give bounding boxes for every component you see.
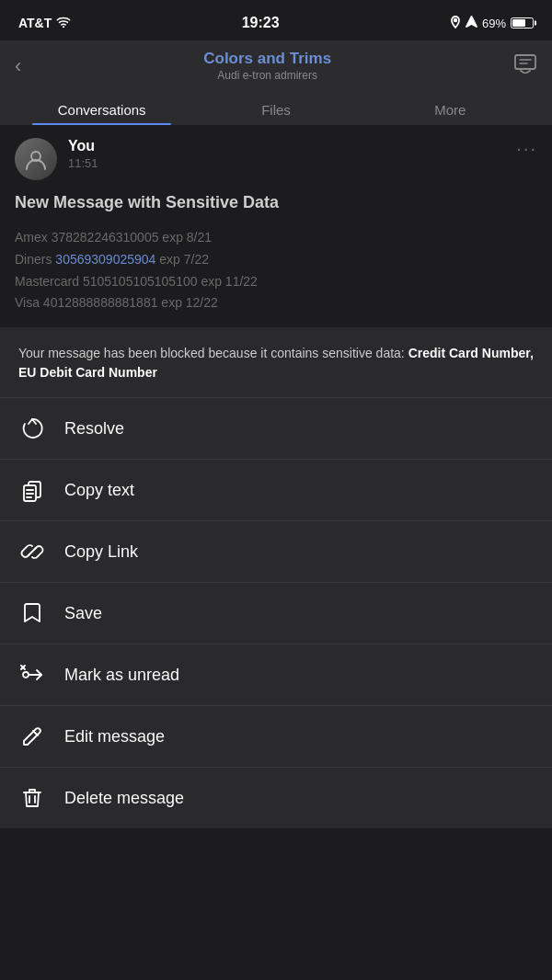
message-area: You 11:51 ··· New Message with Sensitive…	[0, 125, 552, 327]
copy-link-label: Copy Link	[64, 542, 138, 562]
status-carrier-wifi: AT&T	[18, 16, 71, 30]
alert-banner: Your message has been blocked because it…	[0, 327, 552, 398]
sender-name: You	[68, 138, 505, 154]
copy-link-icon	[18, 538, 46, 565]
carrier-label: AT&T	[18, 16, 52, 30]
bottom-sheet: Your message has been blocked because it…	[0, 327, 552, 828]
tab-bar: Conversations Files More	[15, 93, 537, 125]
back-button[interactable]: ‹	[15, 54, 21, 78]
wifi-icon	[56, 16, 71, 30]
action-mark-unread[interactable]: Mark as unread	[0, 644, 552, 706]
nav-header: ‹ Colors and Trims Audi e-tron admirers …	[0, 40, 552, 125]
channel-info-icon[interactable]	[513, 53, 537, 78]
delete-message-label: Delete message	[64, 789, 184, 808]
message-line-3: Mastercard 5105105105105100 exp 11/22	[15, 271, 537, 293]
copy-text-label: Copy text	[64, 481, 134, 500]
svg-point-1	[454, 18, 457, 21]
message-subject: New Message with Sensitive Data	[15, 193, 537, 212]
tab-more[interactable]: More	[363, 93, 537, 125]
action-copy-text[interactable]: Copy text	[0, 460, 552, 521]
action-copy-link[interactable]: Copy Link	[0, 521, 552, 583]
svg-rect-2	[515, 55, 535, 69]
message-content: Amex 378282246310005 exp 8/21 Diners 305…	[15, 227, 537, 314]
action-save[interactable]: Save	[0, 583, 552, 644]
svg-line-11	[29, 548, 36, 555]
svg-line-18	[33, 731, 38, 735]
channel-subtitle: Audi e-tron admirers	[21, 69, 513, 82]
edit-icon	[18, 723, 46, 750]
navigation-icon	[466, 16, 477, 30]
message-line-2: Diners 30569309025904 exp 7/22	[15, 249, 537, 271]
mark-unread-icon	[18, 661, 46, 689]
save-label: Save	[64, 604, 102, 623]
resolve-label: Resolve	[64, 419, 124, 439]
battery-icon	[511, 17, 534, 28]
save-icon	[18, 599, 46, 627]
message-options-button[interactable]: ···	[516, 138, 537, 159]
status-bar: AT&T 19:23 69%	[0, 0, 552, 40]
message-line-4: Visa 4012888888881881 exp 12/22	[15, 292, 537, 314]
action-resolve[interactable]: Resolve	[0, 398, 552, 460]
message-line-1: Amex 378282246310005 exp 8/21	[15, 227, 537, 249]
delete-icon	[18, 784, 46, 812]
svg-point-0	[63, 26, 64, 28]
sender-avatar	[15, 138, 57, 180]
copy-text-icon	[18, 476, 46, 504]
message-meta: You 11:51	[68, 138, 505, 170]
channel-title: Colors and Trims	[21, 50, 513, 68]
location-icon	[450, 16, 461, 31]
message-header: You 11:51 ···	[15, 138, 537, 180]
battery-percentage: 69%	[482, 17, 506, 30]
nav-title-block: Colors and Trims Audi e-tron admirers	[21, 50, 513, 82]
edit-message-label: Edit message	[64, 727, 165, 746]
action-edit-message[interactable]: Edit message	[0, 706, 552, 768]
diners-link: 30569309025904	[55, 252, 155, 267]
status-time: 19:23	[242, 15, 280, 31]
alert-text: Your message has been blocked because it…	[18, 344, 534, 382]
tab-files[interactable]: Files	[189, 93, 362, 125]
action-list: Resolve Copy text	[0, 398, 552, 828]
tab-conversations[interactable]: Conversations	[15, 93, 189, 125]
action-delete-message[interactable]: Delete message	[0, 768, 552, 828]
resolve-icon	[18, 415, 46, 442]
mark-unread-label: Mark as unread	[64, 666, 179, 685]
message-time: 11:51	[68, 156, 505, 170]
alert-prefix: Your message has been blocked because it…	[18, 346, 408, 360]
status-battery-area: 69%	[450, 16, 534, 31]
